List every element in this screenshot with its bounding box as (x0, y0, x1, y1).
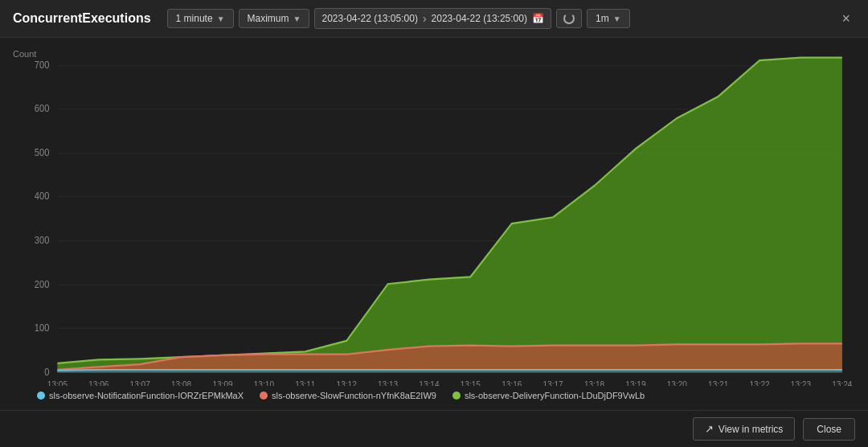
close-footer-label: Close (817, 424, 841, 435)
svg-text:13:14: 13:14 (419, 379, 439, 386)
svg-text:100: 100 (35, 322, 50, 333)
date-start: 2023-04-22 (13:05:00) (321, 13, 417, 24)
legend-dot-delivery (452, 392, 461, 400)
timerange-chevron-icon: ▼ (613, 14, 621, 23)
svg-text:13:07: 13:07 (130, 379, 150, 386)
stat-chevron-icon: ▼ (293, 14, 301, 23)
svg-text:13:12: 13:12 (337, 379, 357, 386)
refresh-icon (563, 13, 575, 24)
legend-dot-slow (260, 392, 268, 400)
svg-text:500: 500 (35, 146, 50, 158)
legend-dot-notification (37, 392, 45, 400)
svg-text:13:20: 13:20 (667, 379, 687, 386)
green-area (57, 58, 841, 372)
svg-text:13:06: 13:06 (88, 379, 108, 386)
close-footer-button[interactable]: Close (803, 418, 855, 441)
svg-text:13:16: 13:16 (502, 379, 522, 386)
external-link-icon: ↗ (705, 423, 714, 435)
stat-dropdown[interactable]: Maximum ▼ (239, 9, 310, 28)
svg-text:13:23: 13:23 (791, 379, 811, 386)
svg-text:13:19: 13:19 (625, 379, 645, 386)
chart-container: 0 100 200 300 400 500 600 700 13:05 (13, 52, 855, 386)
header-close-button[interactable]: × (837, 9, 855, 29)
interval-label: 1 minute (176, 13, 213, 24)
svg-text:13:21: 13:21 (708, 379, 728, 386)
interval-dropdown[interactable]: 1 minute ▼ (167, 9, 234, 28)
legend-label-delivery: sls-observe-DeliveryFunction-LDuDjDF9VwL… (465, 391, 645, 400)
view-metrics-button[interactable]: ↗ View in metrics (693, 417, 795, 441)
main-container: ConcurrentExecutions 1 minute ▼ Maximum … (0, 0, 868, 447)
svg-text:13:24: 13:24 (832, 379, 852, 386)
chart-svg: 0 100 200 300 400 500 600 700 13:05 (13, 52, 855, 386)
svg-text:400: 400 (35, 190, 50, 201)
svg-text:0: 0 (44, 366, 50, 377)
svg-text:13:05: 13:05 (47, 379, 68, 386)
svg-text:200: 200 (35, 278, 50, 289)
svg-text:13:15: 13:15 (461, 379, 481, 386)
chart-legend: sls-observe-NotificationFunction-IORZrEP… (13, 386, 855, 404)
svg-text:13:18: 13:18 (584, 379, 604, 386)
svg-text:300: 300 (35, 234, 50, 245)
date-range-display: 2023-04-22 (13:05:00) › 2023-04-22 (13:2… (314, 8, 551, 29)
refresh-button[interactable] (556, 9, 582, 28)
header-controls: 1 minute ▼ Maximum ▼ 2023-04-22 (13:05:0… (167, 8, 831, 29)
svg-text:13:09: 13:09 (212, 379, 232, 386)
date-end: 2023-04-22 (13:25:00) (432, 13, 527, 24)
legend-label-notification: sls-observe-NotificationFunction-IORZrEP… (49, 391, 244, 400)
svg-text:13:17: 13:17 (543, 379, 563, 386)
chart-area: Count 0 100 200 300 400 500 (0, 38, 868, 410)
svg-text:13:22: 13:22 (749, 379, 769, 386)
svg-text:13:08: 13:08 (171, 379, 191, 386)
legend-item-delivery: sls-observe-DeliveryFunction-LDuDjDF9VwL… (452, 391, 645, 400)
footer: ↗ View in metrics Close (0, 410, 868, 447)
legend-label-slow: sls-observe-SlowFunction-nYfnK8aE2IW9 (272, 391, 436, 400)
svg-text:600: 600 (35, 102, 50, 113)
legend-item-notification: sls-observe-NotificationFunction-IORZrEP… (37, 391, 244, 400)
svg-text:13:13: 13:13 (378, 379, 398, 386)
svg-text:13:11: 13:11 (295, 379, 315, 386)
interval-chevron-icon: ▼ (217, 14, 225, 23)
svg-text:700: 700 (35, 59, 50, 71)
date-arrow-icon: › (423, 12, 427, 25)
stat-label: Maximum (248, 13, 289, 24)
timerange-label: 1m (596, 13, 609, 24)
timerange-dropdown[interactable]: 1m ▼ (587, 9, 630, 28)
svg-text:13:10: 13:10 (254, 379, 274, 386)
calendar-icon[interactable]: 📅 (532, 13, 544, 24)
view-metrics-label: View in metrics (719, 424, 783, 435)
header: ConcurrentExecutions 1 minute ▼ Maximum … (0, 0, 868, 38)
page-title: ConcurrentExecutions (13, 11, 151, 26)
legend-item-slow: sls-observe-SlowFunction-nYfnK8aE2IW9 (260, 391, 436, 400)
